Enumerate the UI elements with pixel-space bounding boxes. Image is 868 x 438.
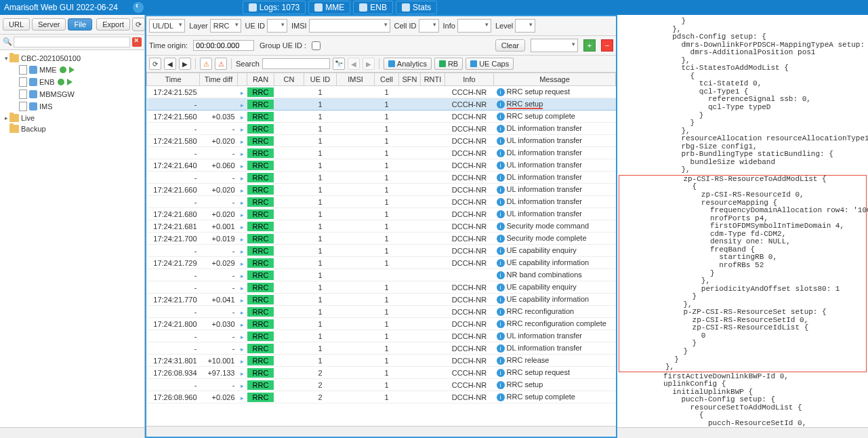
table-row[interactable]: 17:24:21.560+0.035▸RRC11DCCH-NRiRRC setu… [147, 111, 616, 123]
cell-diff: +0.041 [200, 294, 238, 306]
time-origin-label: Time origin: [149, 41, 188, 49]
table-row[interactable]: --▸RRC11DCCH-NRiUE capability enquiry [147, 281, 616, 294]
tree-item-ims[interactable]: IMS [0, 100, 144, 113]
log-grid-wrap[interactable]: Time Time diff RAN CN UE ID IMSI Cell SF… [146, 73, 616, 426]
nav-next-button[interactable]: ▶ [179, 58, 191, 70]
table-row[interactable]: 17:24:21.525▸RRC11CCCH-NRiRRC setup requ… [147, 86, 616, 98]
table-row[interactable]: 17:24:21.660+0.020▸RRC11DCCH-NRiUL infor… [147, 184, 616, 196]
search-prev-button[interactable]: ◀ [348, 58, 360, 70]
imsi-combo[interactable] [309, 19, 390, 33]
cell-rnti [421, 147, 445, 159]
url-button[interactable]: URL [3, 18, 30, 31]
table-row[interactable]: 17:24:21.680+0.020▸RRC11DCCH-NRiUL infor… [147, 208, 616, 220]
table-row[interactable]: 17:24:21.700+0.019▸RRC11DCCH-NRiSecurity… [147, 233, 616, 245]
clear-button[interactable]: Clear [495, 39, 525, 52]
tree-backup[interactable]: Backup [0, 123, 144, 134]
sidebar-toolbar: URL Server File Export ⟳ [0, 15, 144, 35]
enb-icon [359, 3, 367, 12]
table-row[interactable]: -▸RRC11CCCH-NRiRRC setup [147, 98, 616, 111]
table-row[interactable]: 17:24:31.801+10.001▸RRC11DCCH-NRiRRC rel… [147, 355, 616, 367]
refresh-grid-button[interactable]: ⟳ [149, 58, 161, 70]
collapse-sidebar-button[interactable] [133, 2, 144, 13]
analytics-button[interactable]: Analytics [384, 58, 432, 70]
col-sfn[interactable]: SFN [399, 73, 421, 86]
table-row[interactable]: --▸RRC11DCCH-NRiDL information transfer [147, 123, 616, 135]
table-row[interactable]: 17:24:21.580+0.020▸RRC11DCCH-NRiUL infor… [147, 135, 616, 147]
stats-tab[interactable]: Stats [396, 1, 437, 14]
logs-tab[interactable]: Logs: 1073 [243, 1, 306, 14]
cellid-combo[interactable] [419, 19, 439, 33]
search-next-button[interactable]: ▶ [363, 58, 375, 70]
table-row[interactable]: --▸RRC21CCCH-NRiRRC setup [147, 379, 616, 391]
info-combo[interactable] [457, 19, 491, 33]
mme-tab[interactable]: MME [308, 1, 350, 14]
grid-search-input[interactable] [262, 58, 330, 69]
rb-button[interactable]: RB [434, 58, 463, 70]
info-icon: i [497, 247, 505, 255]
tree-item-mme[interactable]: MME [0, 64, 144, 76]
table-row[interactable]: --▸RRC11DCCH-NRiUE capability enquiry [147, 245, 616, 257]
table-row[interactable]: --▸RRC1iNR band combinations [147, 269, 616, 281]
detail-hscroll[interactable] [617, 427, 868, 438]
col-msg[interactable]: Message [494, 73, 616, 86]
uecaps-button[interactable]: UE Caps [466, 58, 514, 70]
error-filter-button[interactable]: ⚠ [215, 58, 227, 70]
col-info[interactable]: Info [445, 73, 494, 86]
tree-live[interactable]: ▸Live [0, 113, 144, 123]
sidebar-search-input[interactable] [14, 37, 130, 47]
file-button[interactable]: File [68, 18, 92, 31]
cell-cn [274, 379, 304, 391]
add-button[interactable]: + [583, 39, 596, 52]
col-rnti[interactable]: RNTI [421, 73, 445, 86]
ueid-combo[interactable] [267, 19, 287, 33]
table-row[interactable]: 17:24:21.681+0.001▸RRC11DCCH-NRiSecurity… [147, 220, 616, 233]
table-row[interactable]: --▸RRC11DCCH-NRiUL information transfer [147, 330, 616, 342]
logs-icon [249, 3, 257, 12]
cell-dir: ▸ [238, 184, 247, 196]
warning-filter-button[interactable]: ⚠ [200, 58, 212, 70]
nav-prev-button[interactable]: ◀ [164, 58, 176, 70]
layer-combo[interactable]: RRC [210, 19, 241, 33]
table-row[interactable]: --▸RRC11DCCH-NRiDL information transfer [147, 196, 616, 208]
col-cell[interactable]: Cell [375, 73, 399, 86]
level-combo[interactable] [515, 19, 535, 33]
uldl-combo[interactable]: UL/DL [149, 19, 185, 33]
clear-combo[interactable] [531, 39, 578, 52]
col-ueid[interactable]: UE ID [304, 73, 337, 86]
binoculars-button[interactable]: 🔭 [333, 58, 345, 70]
tree-root[interactable]: ▾CBC-2021050100 [0, 53, 144, 64]
table-row[interactable]: 17:26:08.960+0.026▸RRC21DCCH-NRiRRC setu… [147, 391, 616, 403]
time-origin-input[interactable] [193, 40, 254, 51]
cell-diff: - [200, 330, 238, 342]
tree-item-enb[interactable]: ENB [0, 76, 144, 88]
remove-button[interactable]: − [601, 39, 613, 52]
server-button[interactable]: Server [32, 18, 66, 31]
table-row[interactable]: --▸RRC11DCCH-NRiDL information transfer [147, 342, 616, 355]
enb-tab[interactable]: ENB [353, 1, 393, 14]
sidebar-hscroll[interactable] [0, 427, 144, 438]
table-row[interactable]: 17:24:21.729+0.029▸RRC11DCCH-NRiUE capab… [147, 257, 616, 269]
detail-text[interactable]: } }, pdsch-Config setup: { dmrs-Downlink… [617, 15, 868, 427]
tree-item-mbmsgw[interactable]: MBMSGW [0, 88, 144, 100]
col-imsi[interactable]: IMSI [337, 73, 375, 86]
col-dir[interactable] [238, 73, 247, 86]
sidebar-search-clear[interactable] [132, 37, 142, 47]
grid-hscroll[interactable] [146, 426, 616, 437]
table-row[interactable]: --▸RRC11DCCH-NRiDL information transfer [147, 172, 616, 184]
col-time[interactable]: Time [147, 73, 200, 86]
export-button[interactable]: Export [96, 18, 130, 31]
table-row[interactable]: 17:24:21.770+0.041▸RRC11DCCH-NRiUE capab… [147, 294, 616, 306]
info-icon: i [497, 174, 505, 182]
refresh-button[interactable]: ⟳ [132, 18, 145, 31]
table-row[interactable]: --▸RRC11DCCH-NRiRRC reconfiguration [147, 306, 616, 318]
cell-time: - [147, 342, 200, 355]
table-row[interactable]: 17:24:21.640+0.060▸RRC11DCCH-NRiUL infor… [147, 159, 616, 172]
cell-sfn [399, 111, 421, 123]
group-ueid-checkbox[interactable] [312, 41, 321, 50]
table-row[interactable]: 17:26:08.934+97.133▸RRC21CCCH-NRiRRC set… [147, 367, 616, 379]
table-row[interactable]: 17:24:21.800+0.030▸RRC11DCCH-NRiRRC reco… [147, 318, 616, 330]
col-cn[interactable]: CN [274, 73, 304, 86]
table-row[interactable]: --▸RRC11DCCH-NRiDL information transfer [147, 147, 616, 159]
col-ran[interactable]: RAN [247, 73, 274, 86]
col-diff[interactable]: Time diff [200, 73, 238, 86]
